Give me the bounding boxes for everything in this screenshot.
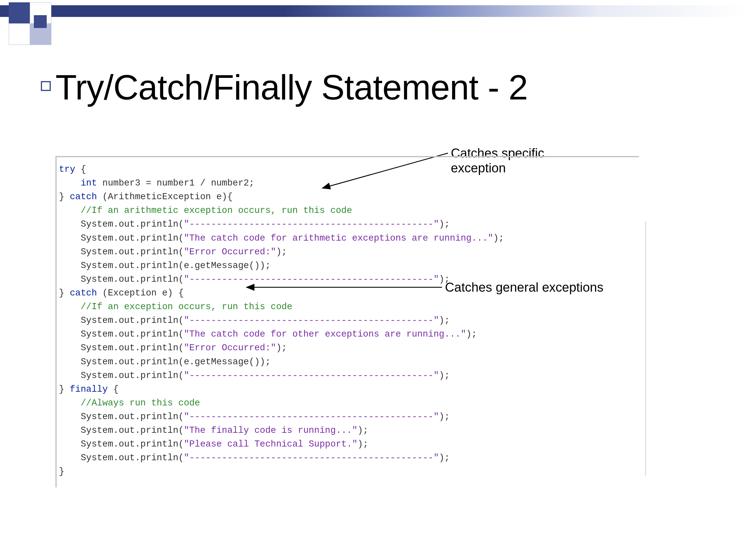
- header-gradient-bar: [0, 5, 747, 17]
- slide: Try/Catch/Finally Statement - 2 Catches …: [0, 0, 747, 560]
- slide-title: Try/Catch/Finally Statement - 2: [55, 67, 527, 107]
- code-content: try { int number3 = number1 / number2; }…: [59, 162, 639, 479]
- code-block: try { int number3 = number1 / number2; }…: [55, 156, 639, 487]
- title-bullet-icon: [41, 81, 51, 91]
